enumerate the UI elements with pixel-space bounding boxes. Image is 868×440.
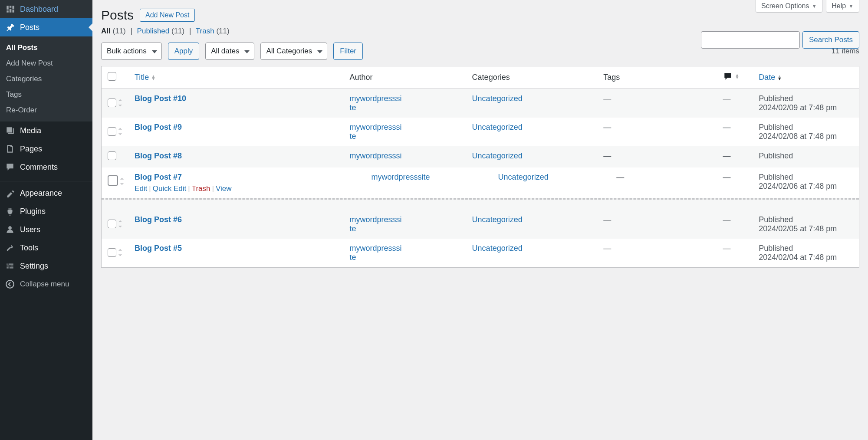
- sidebar-label: Pages: [20, 144, 42, 154]
- trash-link[interactable]: Trash: [192, 184, 210, 193]
- collapse-icon: [5, 279, 15, 289]
- sort-icon: ▲▼: [777, 75, 782, 80]
- add-new-post-button[interactable]: Add New Post: [140, 9, 195, 22]
- sidebar-item-tools[interactable]: Tools: [0, 239, 92, 257]
- sidebar-label: Dashboard: [20, 5, 58, 14]
- sidebar-item-comments[interactable]: Comments: [0, 158, 92, 176]
- category-filter-select[interactable]: All Categories: [260, 43, 327, 60]
- column-tags[interactable]: Tags: [599, 66, 718, 89]
- table-row: Blog Post #8mywordpresssiUncategorized——…: [102, 146, 859, 167]
- submenu-categories[interactable]: Categories: [0, 71, 92, 87]
- filter-all[interactable]: All (11): [101, 27, 126, 35]
- category-link[interactable]: Uncategorized: [472, 215, 523, 224]
- submenu-add-new[interactable]: Add New Post: [0, 56, 92, 71]
- svg-point-0: [6, 280, 14, 288]
- category-link[interactable]: Uncategorized: [498, 173, 549, 181]
- date-filter-select[interactable]: All dates: [205, 43, 254, 60]
- column-title[interactable]: Title ▲▼: [135, 73, 155, 82]
- media-icon: [5, 126, 15, 135]
- filter-trash[interactable]: Trash (11): [196, 27, 230, 35]
- reorder-handle[interactable]: [116, 99, 124, 109]
- comments-cell: —: [723, 151, 731, 160]
- screen-options-tab[interactable]: Screen Options▼: [756, 0, 822, 13]
- comments-cell: —: [723, 123, 731, 131]
- collapse-menu-button[interactable]: Collapse menu: [0, 275, 92, 293]
- sidebar-item-media[interactable]: Media: [0, 121, 92, 140]
- row-checkbox[interactable]: [108, 151, 116, 160]
- sidebar-label: Tools: [20, 243, 38, 253]
- author-link[interactable]: mywordpresssite: [371, 173, 430, 181]
- chevron-down-icon: ▼: [812, 3, 817, 9]
- select-all-checkbox[interactable]: [108, 72, 116, 81]
- plugins-icon: [5, 207, 15, 216]
- search-posts-button[interactable]: Search Posts: [802, 31, 859, 49]
- tags-cell: —: [603, 244, 611, 253]
- author-link[interactable]: mywordpresssite: [349, 215, 401, 233]
- post-title-link[interactable]: Blog Post #8: [135, 151, 182, 160]
- column-comments[interactable]: ▲▼: [719, 66, 755, 89]
- pushpin-icon: [5, 23, 15, 32]
- reorder-handle[interactable]: [116, 248, 124, 259]
- table-row: Blog Post #9mywordpresssiteUncategorized…: [102, 118, 859, 146]
- view-link[interactable]: View: [216, 184, 232, 193]
- sidebar-item-plugins[interactable]: Plugins: [0, 202, 92, 220]
- row-checkbox[interactable]: [108, 99, 116, 107]
- column-author[interactable]: Author: [345, 66, 467, 89]
- reorder-handle[interactable]: [118, 177, 126, 188]
- sidebar-item-settings[interactable]: Settings: [0, 257, 92, 275]
- date-cell: Published2024/02/05 at 7:48 pm: [754, 210, 859, 239]
- row-checkbox[interactable]: [108, 175, 118, 186]
- reorder-handle[interactable]: [116, 127, 124, 138]
- post-title-link[interactable]: Blog Post #5: [135, 244, 182, 253]
- category-link[interactable]: Uncategorized: [472, 151, 523, 160]
- sidebar-item-dashboard[interactable]: Dashboard: [0, 0, 92, 18]
- submenu-reorder[interactable]: Re-Order: [0, 102, 92, 118]
- author-link[interactable]: mywordpresssite: [349, 123, 401, 141]
- author-link[interactable]: mywordpresssi: [349, 151, 401, 160]
- category-link[interactable]: Uncategorized: [472, 244, 523, 253]
- comments-cell: —: [723, 215, 731, 224]
- table-row: Blog Post #5mywordpresssiteUncategorized…: [102, 239, 859, 267]
- date-cell: Published2024/02/09 at 7:48 pm: [754, 89, 859, 118]
- row-checkbox[interactable]: [108, 248, 116, 257]
- collapse-label: Collapse menu: [20, 280, 69, 289]
- search-posts-input[interactable]: [701, 31, 800, 49]
- bulk-actions-select[interactable]: Bulk actions: [101, 43, 162, 60]
- dashboard-icon: [5, 4, 15, 14]
- author-link[interactable]: mywordpresssite: [349, 94, 401, 112]
- post-title-link[interactable]: Blog Post #10: [135, 94, 186, 103]
- submenu-all-posts[interactable]: All Posts: [0, 40, 92, 56]
- row-checkbox[interactable]: [108, 220, 116, 228]
- sidebar-item-pages[interactable]: Pages: [0, 140, 92, 158]
- sidebar-label: Settings: [20, 262, 48, 271]
- edit-link[interactable]: Edit: [135, 184, 147, 193]
- sidebar-label: Media: [20, 126, 41, 135]
- filter-published[interactable]: Published (11): [137, 27, 185, 35]
- sidebar-label: Comments: [20, 163, 58, 172]
- sidebar-label: Plugins: [20, 207, 46, 216]
- row-checkbox[interactable]: [108, 127, 116, 136]
- table-row: Blog Post #7Edit|Quick Edit|Trash|Viewmy…: [102, 167, 859, 198]
- main-content: Screen Options▼ Help▼ Posts Add New Post…: [92, 0, 868, 440]
- author-link[interactable]: mywordpresssite: [349, 244, 401, 262]
- sort-icon: ▲▼: [151, 75, 155, 80]
- column-date[interactable]: Date ▲▼: [759, 73, 782, 82]
- column-categories[interactable]: Categories: [468, 66, 599, 89]
- category-link[interactable]: Uncategorized: [472, 94, 523, 103]
- help-tab[interactable]: Help▼: [826, 0, 859, 13]
- sidebar-item-users[interactable]: Users: [0, 220, 92, 239]
- quick-edit-link[interactable]: Quick Edit: [153, 184, 186, 193]
- apply-button[interactable]: Apply: [168, 43, 200, 60]
- post-title-link[interactable]: Blog Post #9: [135, 123, 182, 131]
- category-link[interactable]: Uncategorized: [472, 123, 523, 131]
- submenu-tags[interactable]: Tags: [0, 87, 92, 102]
- date-cell: Published: [754, 146, 859, 167]
- reorder-handle[interactable]: [116, 220, 124, 230]
- post-title-link[interactable]: Blog Post #6: [135, 215, 182, 224]
- sidebar-item-appearance[interactable]: Appearance: [0, 184, 92, 202]
- sidebar-item-posts[interactable]: Posts: [0, 18, 92, 36]
- table-row: Blog Post #10mywordpresssiteUncategorize…: [102, 89, 859, 118]
- post-title-link[interactable]: Blog Post #7: [135, 173, 182, 181]
- tags-cell: —: [603, 123, 611, 131]
- filter-button[interactable]: Filter: [333, 43, 363, 60]
